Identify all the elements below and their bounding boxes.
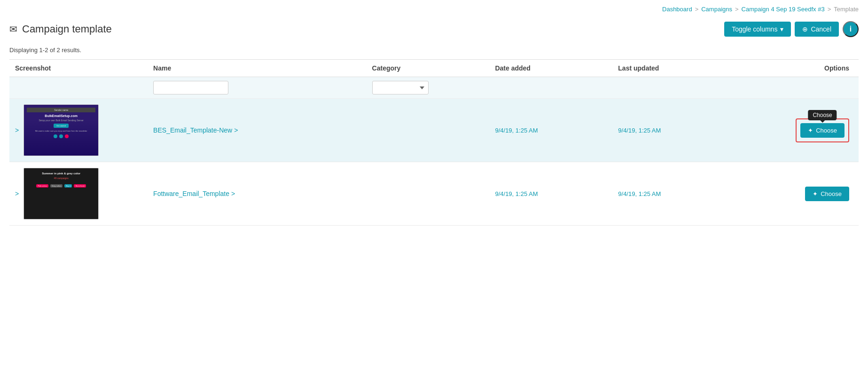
thumb-2-tag-4: Store fresh [74,184,86,188]
screenshot-thumb-1: Sender name BulkEmailSetup.com Setup you… [23,104,99,156]
table-row: > Sender name BulkEmailSetup.com Setup y… [9,99,859,162]
choose-tooltip-1: Choose [808,110,837,120]
col-header-name: Name [148,60,367,77]
breadcrumb-sep-1: > [695,6,699,13]
cancel-button[interactable]: ⊕ Cancel [795,22,839,37]
breadcrumb: Dashboard > Campaigns > Campaign 4 Sep 1… [0,0,868,16]
breadcrumb-campaign[interactable]: Campaign 4 Sep 19 Seedfx #3 [742,6,825,13]
filter-category-select[interactable] [372,81,429,94]
envelope-icon: ✉ [9,23,17,35]
breadcrumb-sep-3: > [828,6,831,13]
thumb-1-header: Sender name [27,108,95,112]
results-info: Displaying 1-2 of 2 results. [0,45,868,59]
results-count: Displaying 1-2 of 2 results. [9,47,81,54]
thumb-1-icons [54,134,69,138]
choose-button-2[interactable]: ✦ Choose [805,187,849,201]
thumb-1-logo: BulkEmailSetup.com [45,114,78,117]
expand-icon-2[interactable]: > [15,190,19,197]
choose-btn-wrapper-1: Choose ✦ Choose [800,123,845,138]
page-title-text: Campaign template [22,23,112,35]
choose-wrapper-highlighted-1: Choose ✦ Choose [796,118,849,142]
col-header-options: Options [735,60,859,77]
col-header-last-updated: Last updated [612,60,735,77]
options-cell-1: Choose ✦ Choose [735,99,859,162]
thumb-2-tags: Pink colors Grey colors Buy it Store fre… [36,184,86,188]
thumb-2-subtitle: 48 campaigns [54,177,69,180]
category-cell-2 [367,162,490,226]
last-updated-cell-1: 9/4/19, 1:25 AM [612,99,735,162]
thumb-2-tag-2: Grey colors [50,184,63,188]
table-container: Screenshot Name Category Date added Last… [0,59,868,226]
filter-date-added-cell [489,77,612,99]
filter-name-input[interactable] [153,81,228,94]
expand-icon-1[interactable]: > [15,126,19,134]
thumb-1-icon-tw [59,134,63,138]
toggle-columns-chevron-icon: ▾ [780,25,783,33]
table-row: > Summer in pink & grey color 48 campaig… [9,162,859,226]
name-chevron-2: > [231,190,235,197]
choose-star-icon-1: ✦ [808,127,813,134]
filter-last-updated-cell [612,77,735,99]
screenshot-cell-2: > Summer in pink & grey color 48 campaig… [9,162,148,226]
page-wrapper: Dashboard > Campaigns > Campaign 4 Sep 1… [0,0,868,368]
header-row: ✉ Campaign template Toggle columns ▾ ⊕ C… [0,16,868,45]
name-cell-1: BES_Email_Template-New > [148,99,367,162]
screenshot-cell-1: > Sender name BulkEmailSetup.com Setup y… [9,99,148,162]
breadcrumb-campaigns[interactable]: Campaigns [701,6,732,13]
name-cell-2: Fottware_Email_Template > [148,162,367,226]
name-chevron-1: > [234,126,238,134]
cancel-circle-icon: ⊕ [802,25,808,33]
header-actions: Toggle columns ▾ ⊕ Cancel i [724,21,859,37]
filter-options-cell [735,77,859,99]
table-header-row: Screenshot Name Category Date added Last… [9,60,859,77]
name-link-2[interactable]: Fottware_Email_Template > [153,190,361,197]
screenshot-thumb-2: Summer in pink & grey color 48 campaigns… [23,168,99,219]
choose-label-2: Choose [821,190,842,197]
thumb-2-tag-1: Pink colors [36,184,48,188]
thumb-1-text: We want to make sure you enjoy and learn… [35,130,87,133]
thumb-1-icon-yt [65,134,69,138]
name-text-1: BES_Email_Template-New [153,126,232,134]
thumb-1-icon-fb [54,134,57,138]
thumb-1-subtitle: Setup your own Bulk Email Sending Server [39,119,84,122]
thumb-1-btn: Get started [54,124,69,128]
date-added-cell-2: 9/4/19, 1:25 AM [489,162,612,226]
info-button[interactable]: i [843,21,859,37]
filter-category-cell [367,77,490,99]
toggle-columns-button[interactable]: Toggle columns ▾ [724,22,791,37]
col-header-date-added: Date added [489,60,612,77]
filter-screenshot-cell [9,77,148,99]
category-cell-1 [367,99,490,162]
choose-star-icon-2: ✦ [813,190,818,197]
breadcrumb-current: Template [834,6,859,13]
breadcrumb-sep-2: > [735,6,739,13]
thumb-2-tag-3: Buy it [64,184,72,188]
choose-label-1: Choose [816,127,837,134]
name-text-2: Fottware_Email_Template [153,190,229,197]
choose-button-1[interactable]: ✦ Choose [800,123,845,138]
col-header-screenshot: Screenshot [9,60,148,77]
toggle-columns-label: Toggle columns [732,25,777,33]
breadcrumb-dashboard[interactable]: Dashboard [662,6,692,13]
page-title: ✉ Campaign template [9,23,112,35]
date-added-cell-1: 9/4/19, 1:25 AM [489,99,612,162]
filter-row [9,77,859,99]
name-link-1[interactable]: BES_Email_Template-New > [153,126,361,134]
thumb-2-title: Summer in pink & grey color [42,172,80,175]
main-table: Screenshot Name Category Date added Last… [9,59,859,226]
info-icon: i [850,25,852,33]
col-header-category: Category [367,60,490,77]
last-updated-cell-2: 9/4/19, 1:25 AM [612,162,735,226]
cancel-label: Cancel [811,25,831,33]
options-cell-2: ✦ Choose [735,162,859,226]
filter-name-cell [148,77,367,99]
